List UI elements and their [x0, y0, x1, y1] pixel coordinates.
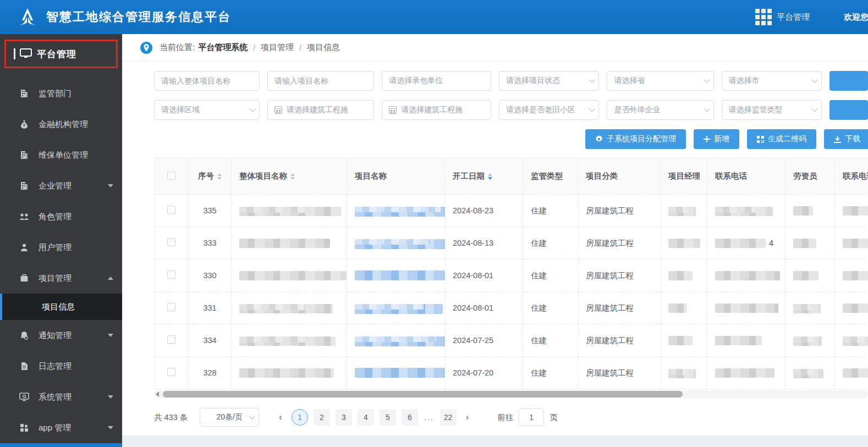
next-page-button[interactable]: › — [459, 412, 476, 423]
page-button-last[interactable]: 22 — [440, 409, 457, 426]
sidebar-subitem-project-info-active[interactable]: 项目信息 — [0, 294, 122, 320]
cell-start-date: 2024-08-23 — [445, 195, 523, 227]
cell-category: 房屋建筑工程 — [578, 292, 661, 324]
redacted-manager — [668, 239, 700, 248]
app-title: 智慧工地综合管理服务信息平台 — [46, 9, 231, 25]
cell-seq: 330 — [189, 260, 232, 292]
search-button-clipped[interactable] — [829, 71, 868, 91]
sidebar-item-notice-mgmt[interactable]: 通知管理 — [0, 320, 122, 351]
row-checkbox[interactable] — [167, 238, 175, 246]
download-button[interactable]: 下载 — [824, 129, 868, 149]
table-row[interactable]: 335 2024-08-23 住建 房屋建筑工程 — [155, 195, 868, 227]
apps-grid-icon[interactable] — [755, 9, 772, 25]
monitor-search-icon — [19, 393, 30, 401]
chevron-down-icon — [589, 76, 595, 82]
sidebar-item-app-mgmt[interactable]: app 管理 — [0, 412, 122, 443]
sidebar-item-system-mgmt[interactable]: 系统管理 — [0, 382, 122, 412]
redacted-phone — [715, 271, 780, 280]
overall-project-name-field[interactable] — [161, 76, 252, 85]
sidebar-item-regulators[interactable]: 监管部门 — [0, 78, 122, 109]
redacted-project-name-link[interactable] — [355, 336, 459, 346]
sort-icons[interactable] — [217, 173, 222, 180]
cell-seq: 335 — [189, 195, 232, 227]
goto-page-input[interactable] — [519, 409, 544, 426]
sidebar-item-project-mgmt[interactable]: 项目管理 — [0, 263, 122, 294]
redacted-project-name-link[interactable] — [355, 239, 451, 249]
old-community-select[interactable]: 请选择是否老旧小区 — [499, 100, 599, 120]
table-row[interactable]: 328 2024-07-20 住建 房屋建筑工程 — [155, 357, 868, 389]
scrollbar-thumb[interactable] — [163, 391, 683, 398]
chevron-down-icon — [250, 106, 256, 112]
construction-start-date-picker[interactable]: 请选择建筑工程施 — [267, 100, 374, 120]
redacted-project-name-link[interactable] — [355, 368, 454, 378]
project-status-select[interactable]: 请选择项目状态 — [499, 71, 599, 91]
prev-page-button[interactable]: ‹ — [272, 412, 289, 423]
redacted-phone — [715, 336, 762, 345]
add-button[interactable]: 新增 — [694, 129, 739, 149]
redacted-project-name-link[interactable] — [355, 304, 443, 314]
sidebar-item-enterprise-mgmt[interactable]: 企业管理 — [0, 170, 122, 201]
province-select[interactable]: 请选择省 — [607, 71, 713, 91]
row-checkbox[interactable] — [167, 368, 175, 376]
breadcrumb: 当前位置: 平台管理系统 / 项目管理 / 项目信息 — [122, 34, 868, 62]
subsystem-assign-button[interactable]: 子系统项目分配管理 — [585, 129, 686, 149]
redacted-labor-officer — [793, 206, 813, 216]
construction-end-date-picker[interactable]: 请选择建筑工程施 — [382, 100, 491, 120]
page-button-1[interactable]: 1 — [292, 409, 308, 426]
chevron-down-icon — [108, 184, 113, 187]
row-checkbox[interactable] — [167, 271, 175, 279]
page-button-4[interactable]: 4 — [358, 409, 374, 426]
select-all-checkbox[interactable] — [167, 172, 175, 180]
sort-icons-active[interactable] — [488, 173, 492, 180]
project-name-input[interactable] — [267, 71, 374, 91]
chevron-down-icon — [108, 426, 113, 429]
redacted-overall-name — [239, 207, 341, 216]
breadcrumb-root[interactable]: 平台管理系统 — [198, 42, 248, 53]
start-date-placeholder: 请选择建筑工程施 — [287, 105, 348, 115]
col-overall-name: 整体项目名称 — [239, 171, 287, 181]
row-checkbox[interactable] — [167, 206, 175, 214]
sidebar-item-financial-orgs[interactable]: ¥ 金融机构管理 — [0, 109, 122, 140]
plus-icon — [704, 136, 710, 142]
city-select[interactable]: 请选择市 — [722, 71, 822, 91]
breadcrumb-project-info[interactable]: 项目信息 — [307, 42, 340, 53]
row-checkbox[interactable] — [167, 303, 175, 311]
scroll-left-arrow-icon[interactable] — [156, 391, 159, 397]
generate-qrcode-button[interactable]: 生成二维码 — [747, 129, 816, 149]
table-row[interactable]: 334 2024-07-25 住建 房屋建筑工程 — [155, 324, 868, 357]
supervision-type-select[interactable]: 请选择监管类型 — [722, 100, 822, 120]
project-name-field[interactable] — [274, 76, 367, 85]
sidebar-item-label: 角色管理 — [39, 212, 72, 222]
external-enterprise-select[interactable]: 是否外埠企业 — [607, 100, 713, 120]
horizontal-scrollbar[interactable] — [154, 390, 868, 398]
page-button-3[interactable]: 3 — [336, 409, 352, 426]
sidebar-item-log-mgmt[interactable]: 日志管理 — [0, 351, 122, 382]
sidebar-item-role-mgmt[interactable]: 角色管理 — [0, 201, 122, 232]
sort-icons[interactable] — [290, 173, 295, 180]
app-grid-icon — [19, 423, 30, 432]
cell-category: 房屋建筑工程 — [578, 324, 661, 357]
breadcrumb-project-mgmt[interactable]: 项目管理 — [261, 42, 294, 53]
breadcrumb-label: 当前位置: — [160, 42, 195, 53]
page-button-6[interactable]: 6 — [402, 409, 418, 426]
page-button-5[interactable]: 5 — [380, 409, 396, 426]
pages-ellipsis[interactable]: ... — [424, 413, 434, 422]
table-row[interactable]: 331 2024-08-01 住建 房屋建筑工程 — [155, 292, 868, 324]
overall-project-name-input[interactable] — [154, 71, 260, 91]
page-size-select[interactable]: 20条/页 — [200, 408, 259, 427]
sidebar-item-maintenance-units[interactable]: 维保单位管理 — [0, 140, 122, 170]
sidebar-item-user-mgmt[interactable]: 用户管理 — [0, 232, 122, 263]
redacted-overall-name — [239, 271, 347, 280]
sidebar-section-platform[interactable]: 平台管理 — [4, 40, 118, 68]
col-start-date: 开工日期 — [453, 171, 485, 181]
table-row[interactable]: 333 2024-08-13 住建 房屋建筑工程 4 — [155, 227, 868, 260]
table-row[interactable]: 330 2024-08-01 住建 房屋建筑工程 — [155, 260, 868, 292]
row-checkbox[interactable] — [167, 335, 175, 344]
goto-label: 前往 — [497, 412, 513, 423]
calendar-icon — [389, 106, 397, 114]
header-platform-label[interactable]: 平台管理 — [777, 12, 810, 23]
region-select[interactable]: 请选择区域 — [154, 100, 260, 120]
contractor-select[interactable]: 请选择承包单位 — [382, 71, 491, 91]
reset-button-clipped[interactable] — [829, 100, 868, 120]
page-button-2[interactable]: 2 — [314, 409, 330, 426]
